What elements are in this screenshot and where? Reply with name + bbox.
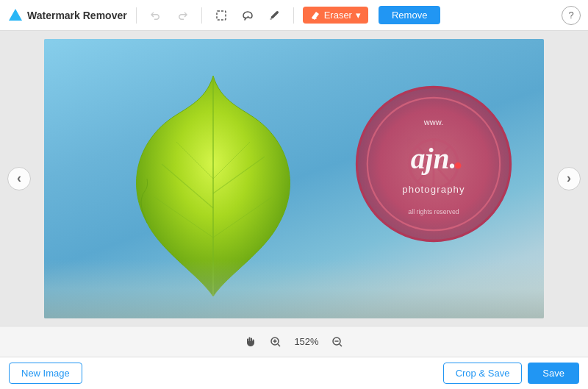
zoom-level-display: 152%	[292, 336, 321, 347]
hand-tool-button[interactable]	[242, 333, 259, 351]
eraser-label: Eraser	[324, 10, 352, 21]
app-logo: Watermark Remover	[7, 7, 127, 24]
new-image-button[interactable]: New Image	[9, 363, 82, 384]
zoom-out-button[interactable]	[329, 333, 346, 351]
crop-save-label: Crop & Save	[456, 368, 510, 379]
svg-line-25	[278, 344, 280, 346]
footer-bar: New Image Crop & Save Save	[0, 357, 588, 389]
svg-line-28	[340, 344, 342, 346]
zoom-in-button[interactable]	[267, 333, 284, 351]
remove-label: Remove	[392, 10, 427, 21]
svg-rect-1	[217, 11, 226, 20]
svg-marker-0	[9, 9, 22, 21]
eraser-icon	[310, 10, 320, 21]
toolbar-separator-1	[136, 7, 137, 24]
svg-text:all rights reserved: all rights reserved	[408, 208, 459, 215]
zoom-in-icon	[270, 336, 282, 348]
svg-text:www.: www.	[423, 118, 443, 126]
brush-button[interactable]	[264, 5, 284, 26]
marquee-button[interactable]	[211, 5, 232, 26]
logo-icon	[7, 7, 24, 24]
redo-button[interactable]	[172, 5, 193, 26]
svg-point-21	[455, 162, 462, 168]
eraser-button[interactable]: Eraser ▾	[303, 7, 368, 24]
watermark-overlay: www. ajn. photography all rights reserve…	[353, 83, 514, 245]
eraser-dropdown-icon: ▾	[356, 10, 361, 21]
svg-text:photography: photography	[402, 183, 465, 194]
svg-text:ajn.: ajn.	[411, 142, 457, 174]
image-container: www. ajn. photography all rights reserve…	[44, 39, 544, 318]
new-image-label: New Image	[21, 368, 70, 379]
marquee-icon	[215, 10, 227, 21]
svg-point-2	[270, 18, 272, 20]
lasso-button[interactable]	[237, 5, 258, 26]
nav-left-icon: ‹	[17, 171, 21, 186]
nav-right-icon: ›	[567, 171, 571, 186]
brush-icon	[268, 10, 280, 21]
header-bar: Watermark Remover E	[0, 0, 588, 31]
zoom-bar: 152%	[0, 326, 588, 357]
hand-icon	[244, 335, 257, 349]
save-button[interactable]: Save	[528, 363, 579, 384]
lasso-icon	[242, 10, 254, 21]
redo-icon	[176, 10, 188, 21]
canvas-area: ‹	[0, 31, 588, 326]
undo-icon	[150, 10, 162, 21]
remove-button[interactable]: Remove	[379, 6, 440, 24]
zoom-out-icon	[331, 336, 343, 348]
help-icon: ?	[568, 10, 573, 21]
help-button[interactable]: ?	[562, 6, 581, 25]
save-label: Save	[542, 368, 564, 379]
toolbar-separator-2	[201, 7, 202, 24]
crop-save-button[interactable]: Crop & Save	[443, 363, 523, 384]
right-footer-actions: Crop & Save Save	[443, 363, 579, 384]
nav-left-button[interactable]: ‹	[7, 167, 31, 190]
toolbar-separator-3	[293, 7, 294, 24]
nav-right-button[interactable]: ›	[557, 167, 581, 190]
undo-button[interactable]	[146, 5, 166, 26]
app-title: Watermark Remover	[27, 10, 127, 21]
ground-surface	[44, 260, 544, 318]
